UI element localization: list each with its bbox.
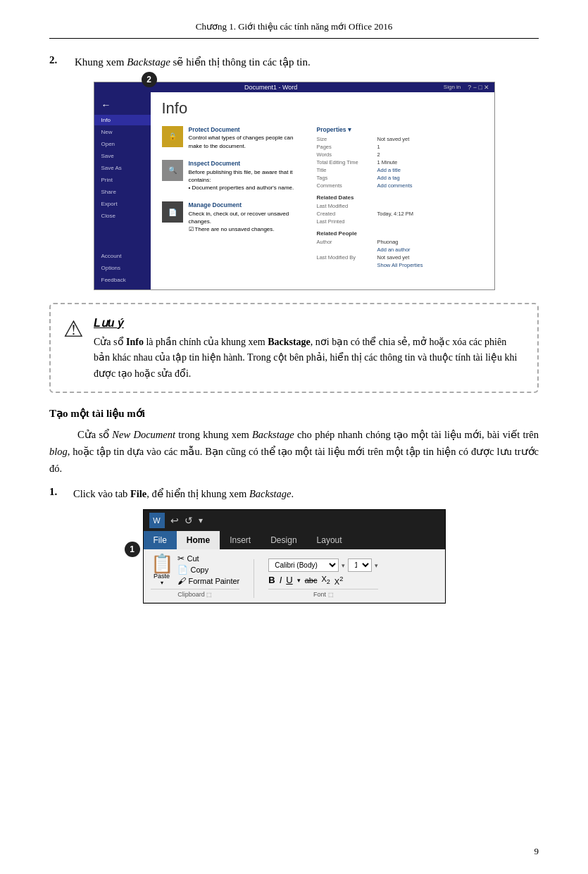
word2-screenshot: W ↩ ↺ ▾ File Home Insert Design Layout bbox=[143, 509, 446, 604]
sidebar-close[interactable]: Close bbox=[94, 211, 151, 221]
protect-icon: 🔒 bbox=[162, 126, 183, 147]
superscript-button[interactable]: X2 bbox=[334, 575, 343, 586]
font-label: Font ⬚ bbox=[268, 589, 378, 598]
prop-created: CreatedToday, 4:12 PM bbox=[317, 211, 483, 217]
prop-author: AuthorPhuonag bbox=[317, 239, 483, 245]
related-dates-title: Related Dates bbox=[317, 194, 483, 201]
inspect-text: Inspect Document Before publishing this … bbox=[189, 160, 303, 192]
font-group: Calibri (Body) ▾ 11 ▾ B I U ▾ bbox=[268, 558, 378, 597]
paste-button[interactable]: 📋 Paste ▾ bbox=[151, 554, 173, 586]
props-title: Properties ▾ bbox=[317, 126, 483, 133]
customize-button[interactable]: ▾ bbox=[199, 516, 203, 525]
window-controls: ? − □ ✕ bbox=[468, 84, 489, 91]
sidebar-account[interactable]: Account bbox=[94, 251, 151, 261]
sidebar-feedback[interactable]: Feedback bbox=[94, 275, 151, 285]
protect-text: Protect Document Control what types of c… bbox=[189, 126, 303, 150]
show-all-props: Show All Properties bbox=[317, 262, 483, 268]
back-button[interactable]: ← bbox=[94, 96, 151, 113]
tab-design[interactable]: Design bbox=[261, 531, 306, 549]
clipboard-expand-icon[interactable]: ⬚ bbox=[206, 592, 212, 598]
prop-title: TitleAdd a title bbox=[317, 167, 483, 173]
font-name-select[interactable]: Calibri (Body) bbox=[268, 558, 339, 572]
sidebar-info[interactable]: Info bbox=[94, 115, 151, 125]
prop-lastmodby: Last Modified ByNot saved yet bbox=[317, 254, 483, 261]
info-left: 🔒 Protect Document Control what types of… bbox=[162, 126, 303, 270]
font-size-select[interactable]: 11 bbox=[348, 558, 372, 572]
sidebar-open[interactable]: Open bbox=[94, 139, 151, 149]
format-painter-item[interactable]: 🖌 Format Painter bbox=[177, 576, 240, 586]
sidebar-saveas[interactable]: Save As bbox=[94, 163, 151, 173]
section-2-number: 2. bbox=[49, 54, 65, 66]
note-box: ⚠ Lưu ý Cửa sổ Info là phần chính của kh… bbox=[49, 303, 539, 394]
manage-doc-card: 📄 Manage Document Check in, check out, o… bbox=[162, 201, 303, 233]
word2-app-icon: W bbox=[149, 513, 165, 528]
font-expand-icon[interactable]: ⬚ bbox=[328, 592, 334, 598]
cut-item[interactable]: ✂ Cut bbox=[177, 554, 240, 563]
section-2: 2. Khung xem Backstage sẽ hiển thị thông… bbox=[49, 54, 539, 70]
prop-comments: CommentsAdd comments bbox=[317, 182, 483, 189]
tab-file[interactable]: File bbox=[144, 531, 177, 549]
word-body: ← Info New Open Save Save As Print Share… bbox=[94, 92, 494, 289]
cut-label: Cut bbox=[187, 554, 199, 563]
section-heading: Tạo một tài liệu mới bbox=[49, 407, 539, 420]
prop-words: Words2 bbox=[317, 151, 483, 158]
step-bubble-2: 2 bbox=[142, 72, 157, 87]
font-name-arrow: ▾ bbox=[342, 562, 345, 569]
inspect-doc-card: 🔍 Inspect Document Before publishing thi… bbox=[162, 160, 303, 192]
sidebar-share[interactable]: Share bbox=[94, 187, 151, 197]
word2-tabs: File Home Insert Design Layout bbox=[144, 531, 445, 549]
paste-icon: 📋 bbox=[151, 554, 173, 573]
manage-text: Manage Document Check in, check out, or … bbox=[189, 201, 303, 233]
manage-icon: 📄 bbox=[162, 201, 183, 223]
redo-button[interactable]: ↺ bbox=[184, 515, 193, 526]
sidebar-options[interactable]: Options bbox=[94, 263, 151, 273]
section-2-after: sẽ hiển thị thông tin các tập tin. bbox=[170, 56, 311, 68]
step-1-text: Click vào tab File, để hiển thị khung xe… bbox=[73, 486, 294, 501]
header-text: Chương 1. Giới thiệu các tính năng mới O… bbox=[196, 21, 393, 32]
tab-insert[interactable]: Insert bbox=[220, 531, 261, 549]
copy-icon: 📄 bbox=[177, 565, 188, 575]
format-painter-label: Format Painter bbox=[189, 577, 240, 585]
font-format-row: B I U ▾ abc X2 X2 bbox=[268, 575, 378, 585]
section-2-text: Khung xem Backstage sẽ hiển thị thông ti… bbox=[75, 54, 311, 70]
prop-tags: TagsAdd a tag bbox=[317, 175, 483, 181]
page-number: 9 bbox=[534, 846, 539, 857]
ribbon-divider-1 bbox=[254, 559, 254, 598]
prop-edittime: Total Editing Time1 Minute bbox=[317, 159, 483, 166]
tab-layout[interactable]: Layout bbox=[307, 531, 352, 549]
warning-icon: ⚠ bbox=[63, 316, 84, 342]
prop-printed: Last Printed bbox=[317, 218, 483, 225]
section-2-before: Khung xem bbox=[75, 56, 127, 68]
word2-ribbon: 📋 Paste ▾ ✂ Cut 📄 Copy bbox=[144, 549, 445, 603]
word-main: Info 🔒 Protect Document Control what typ… bbox=[151, 92, 494, 289]
prop-pages: Pages1 bbox=[317, 144, 483, 150]
undo-button[interactable]: ↩ bbox=[170, 515, 179, 526]
related-people-title: Related People bbox=[317, 230, 483, 237]
strikethrough-button[interactable]: abc bbox=[305, 576, 318, 585]
font-select-row: Calibri (Body) ▾ 11 ▾ bbox=[268, 558, 378, 572]
italic-button[interactable]: I bbox=[280, 575, 282, 585]
tab-home[interactable]: Home bbox=[177, 531, 220, 549]
page-header: Chương 1. Giới thiệu các tính năng mới O… bbox=[49, 21, 539, 39]
word-sidebar: ← Info New Open Save Save As Print Share… bbox=[94, 92, 151, 289]
clipboard-items: ✂ Cut 📄 Copy 🖌 Format Painter bbox=[177, 554, 240, 586]
sidebar-new[interactable]: New bbox=[94, 127, 151, 137]
bold-button[interactable]: B bbox=[268, 575, 275, 585]
underline-dropdown[interactable]: ▾ bbox=[297, 577, 301, 584]
subscript-button[interactable]: X2 bbox=[321, 575, 330, 585]
paste-label: Paste bbox=[154, 573, 170, 580]
clipboard-label: Clipboard ⬚ bbox=[151, 589, 240, 598]
sidebar-save[interactable]: Save bbox=[94, 151, 151, 161]
prop-lastmod: Last Modified bbox=[317, 203, 483, 209]
word-screenshot-container: 2 Document1 - Word Sign in ? − □ ✕ ← Inf… bbox=[94, 82, 495, 290]
sidebar-print[interactable]: Print bbox=[94, 175, 151, 185]
prop-size: SizeNot saved yet bbox=[317, 136, 483, 142]
prop-add-author: Add an author bbox=[317, 246, 483, 253]
word-screenshot: Document1 - Word Sign in ? − □ ✕ ← Info … bbox=[94, 82, 495, 290]
font-size-arrow: ▾ bbox=[375, 562, 378, 569]
copy-item[interactable]: 📄 Copy bbox=[177, 565, 240, 575]
sidebar-export[interactable]: Export bbox=[94, 199, 151, 209]
underline-button[interactable]: U bbox=[286, 575, 292, 585]
word2-wrapper: 1 W ↩ ↺ ▾ File Home Insert Design Layout bbox=[143, 509, 446, 604]
cut-icon: ✂ bbox=[177, 554, 184, 563]
